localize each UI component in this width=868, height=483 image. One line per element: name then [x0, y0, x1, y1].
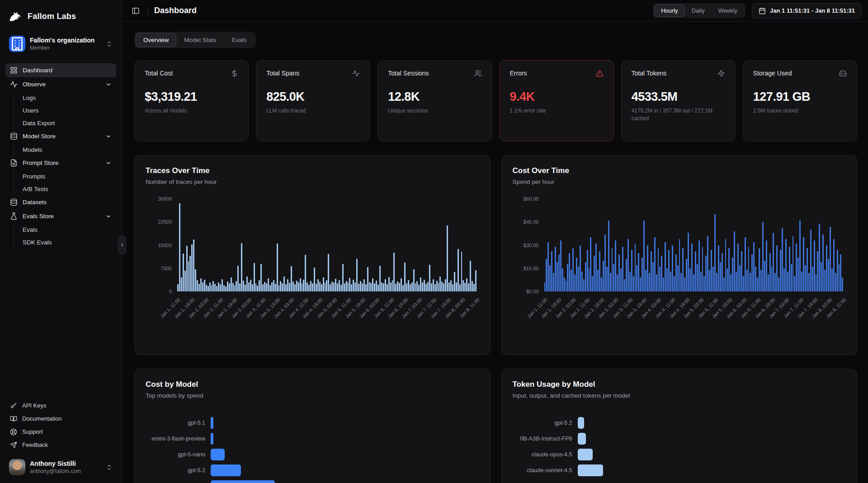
- sidebar-item-feedback[interactable]: Feedback: [5, 438, 116, 451]
- bar: [294, 284, 296, 291]
- tab-evals[interactable]: Evals: [224, 33, 255, 47]
- bar: [473, 284, 475, 291]
- bar: [278, 285, 280, 291]
- bar: [812, 267, 813, 291]
- chevron-down-icon: [105, 160, 112, 166]
- avatar: [9, 459, 25, 475]
- bar: [239, 283, 241, 291]
- bar: [661, 256, 662, 291]
- sidebar-item-label: Prompt Store: [23, 159, 100, 166]
- users-icon: [474, 70, 482, 77]
- bar: [434, 284, 436, 291]
- bar: [365, 284, 367, 291]
- granularity-daily[interactable]: Daily: [685, 5, 712, 17]
- sidebar-item-prompts[interactable]: Prompts: [20, 170, 116, 183]
- bar: [188, 261, 189, 291]
- granularity-weekly[interactable]: Weekly: [712, 5, 744, 17]
- sidebar-item-dashboard[interactable]: Dashboard: [5, 63, 116, 77]
- sidebar-item-datasets[interactable]: Datasets: [5, 195, 116, 209]
- bar: [425, 284, 427, 291]
- stat-card-subtitle: LLM calls traced: [266, 107, 360, 115]
- sidebar-item-observe[interactable]: Observe: [5, 77, 116, 91]
- sidebar-toggle-button[interactable]: [128, 4, 143, 18]
- hard-drive-icon: [839, 70, 847, 77]
- chart-card-cost-by-model: Cost by ModelTop models by spendgpt-5.1e…: [134, 369, 491, 483]
- sidebar-item-users[interactable]: Users: [20, 104, 116, 117]
- bar: [670, 272, 671, 291]
- bar: [626, 259, 627, 291]
- brand-row: Fallom Labs: [5, 5, 116, 26]
- bar: [459, 284, 461, 291]
- bar: [574, 274, 576, 291]
- sidebar-item-evals[interactable]: Evals: [20, 223, 116, 236]
- hbar-row-claude-sonnet-4-5: claude-sonnet-4.5: [513, 464, 846, 476]
- bar: [663, 277, 664, 291]
- tab-overview[interactable]: Overview: [136, 33, 176, 47]
- granularity-hourly[interactable]: Hourly: [654, 5, 685, 17]
- bar: [335, 279, 336, 291]
- bar: [252, 284, 253, 291]
- bar: [803, 237, 804, 291]
- x-axis: Jan 1, 11:00Jan 1, 19:00Jan 2, 03:00Jan …: [544, 294, 844, 339]
- sidebar-item-data-export[interactable]: Data Export: [20, 117, 116, 129]
- sidebar-item-sdk-evals[interactable]: SDK Evals: [20, 236, 116, 249]
- tab-model-stats[interactable]: Model Stats: [176, 33, 224, 47]
- bar: [339, 280, 340, 291]
- chart-subtitle: Input, output, and cached tokens per mod…: [513, 392, 846, 399]
- org-role: Member: [30, 45, 101, 51]
- sidebar-item-models[interactable]: Models: [20, 143, 116, 156]
- stat-card-subtitle: 1.1% error rate: [510, 107, 604, 115]
- bar: [218, 282, 219, 292]
- bar: [377, 285, 379, 291]
- date-range-button[interactable]: Jan 1 11:51:31 - Jan 8 11:51:31: [752, 3, 862, 19]
- sidebar-item-prompt-store[interactable]: Prompt Store: [5, 156, 116, 170]
- sidebar-item-model-store[interactable]: Model Store: [5, 129, 116, 143]
- bar: [362, 283, 363, 291]
- bar: [464, 283, 466, 291]
- sidebar-collapse-handle[interactable]: [118, 235, 126, 254]
- dollar-icon: [231, 70, 238, 77]
- bar: [627, 239, 629, 291]
- user-menu[interactable]: Anthony Sistilli anthony@fallom.com: [5, 456, 116, 478]
- bar: [700, 272, 702, 291]
- bar: [668, 250, 670, 291]
- bar: [604, 234, 606, 291]
- bar: [330, 284, 331, 291]
- chevron-down-icon: [105, 133, 112, 140]
- bar: [376, 281, 377, 291]
- bar: [793, 236, 794, 291]
- hbar-track: [211, 449, 479, 460]
- sidebar-item-documentation[interactable]: Documentation: [5, 412, 116, 425]
- sidebar-subitems-prompt-store: PromptsA/B Tests: [14, 170, 116, 195]
- bar: [741, 251, 742, 291]
- sidebar-subitems-evals-store: EvalsSDK Evals: [14, 223, 116, 249]
- bar: [610, 273, 611, 291]
- sidebar-item-support[interactable]: Support: [5, 425, 116, 438]
- bar: [551, 251, 552, 291]
- bar: [310, 281, 311, 291]
- sidebar-item-api-keys[interactable]: API Keys: [5, 399, 116, 412]
- bar: [636, 265, 637, 291]
- app-root: Fallom Labs Fallom's organization Member…: [0, 0, 868, 483]
- bar: [198, 284, 200, 291]
- bar: [257, 286, 258, 291]
- sidebar-item-a-b-tests[interactable]: A/B Tests: [20, 183, 116, 195]
- bar: [372, 278, 373, 291]
- bar-plot: [177, 199, 476, 291]
- stat-card-title: Storage Used: [753, 70, 792, 77]
- bar: [302, 283, 303, 291]
- sidebar-item-evals-store[interactable]: Evals Store: [5, 209, 116, 223]
- bar: [712, 267, 714, 291]
- org-switcher[interactable]: Fallom's organization Member: [5, 33, 116, 55]
- bar: [778, 277, 779, 291]
- chart-title: Cost by Model: [146, 380, 479, 389]
- bar: [617, 274, 618, 291]
- bar: [402, 285, 404, 291]
- sidebar-item-logs[interactable]: Logs: [20, 91, 116, 104]
- hbar-track: [578, 464, 846, 476]
- bar: [810, 230, 811, 291]
- hbar-row-emini-3-flash-preview: emini-3-flash-preview: [146, 433, 479, 445]
- bar: [783, 268, 785, 291]
- sidebar-item-label: Datasets: [23, 199, 112, 206]
- chart-subtitle: Number of traces per hour: [146, 178, 479, 185]
